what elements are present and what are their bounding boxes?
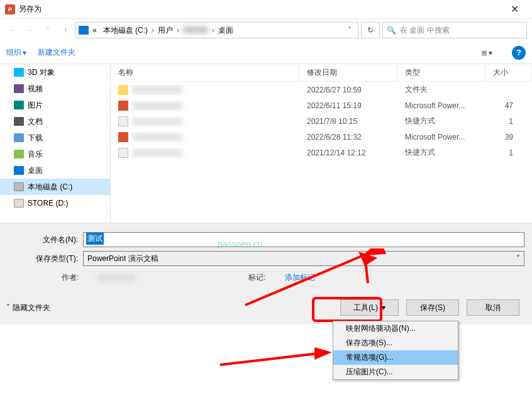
up-button[interactable]: ↑ (58, 23, 73, 38)
forward-button[interactable]: → (23, 23, 38, 38)
folder-icon (14, 117, 24, 126)
folder-icon (14, 68, 24, 77)
file-row[interactable]: 2022/6/28 11:32 Microsoft Power... 39 (111, 129, 532, 145)
title-bar: P 另存为 ✕ (0, 0, 532, 19)
sidebar-item-label: 音乐 (28, 149, 43, 160)
column-headers: 名称 修改日期 类型 大小 (111, 64, 532, 82)
file-list: 名称 修改日期 类型 大小 2022/6/27 10:59 文件夹 2022/6… (111, 64, 532, 223)
file-type: 快捷方式 (397, 116, 485, 126)
col-date[interactable]: 修改日期 (299, 64, 397, 81)
sidebar-item[interactable]: 音乐 (0, 146, 110, 162)
file-row[interactable]: 2022/6/11 15:19 Microsoft Power... 47 (111, 97, 532, 113)
sidebar-item-label: STORE (D:) (28, 199, 68, 208)
file-row[interactable]: 2021/7/8 10:15 快捷方式 1 (111, 113, 532, 129)
dropdown-item[interactable]: 常规选项(G)... (333, 350, 458, 365)
hide-folders-button[interactable]: ˅ 隐藏文件夹 (6, 303, 50, 313)
breadcrumb-seg-redacted[interactable]: XXXXX (180, 25, 211, 36)
filetype-label: 保存类型(T): (8, 253, 83, 264)
file-name-redacted (132, 149, 182, 157)
search-placeholder: 在 桌面 中搜索 (400, 25, 450, 36)
col-size[interactable]: 大小 (485, 64, 532, 81)
breadcrumb-seg[interactable]: 本地磁盘 (C:) (101, 24, 150, 37)
close-button[interactable]: ✕ (502, 0, 527, 19)
filetype-select[interactable]: PowerPoint 演示文稿 ˅ (83, 251, 524, 266)
back-button[interactable]: ← (5, 23, 20, 38)
recent-locations-button[interactable]: ˅ (40, 23, 55, 38)
file-type: 文件夹 (397, 84, 485, 95)
file-icon (118, 116, 128, 126)
file-date: 2022/6/27 10:59 (299, 86, 397, 94)
organize-button[interactable]: 组织▾ (6, 47, 26, 58)
file-size: 1 (485, 117, 532, 126)
annotation-arrow (214, 340, 340, 371)
sidebar: 3D 对象视频图片文档下载音乐桌面本地磁盘 (C:)STORE (D:) (0, 64, 111, 223)
dropdown-item[interactable]: 保存选项(S)... (333, 336, 458, 350)
save-form: 文件名(N): 测试 保存类型(T): PowerPoint 演示文稿 ˅ 作者… (0, 223, 532, 287)
search-icon: 🔍 (387, 26, 396, 35)
new-folder-button[interactable]: 新建文件夹 (38, 47, 75, 58)
file-icon (118, 132, 128, 142)
search-input[interactable]: 🔍 在 桌面 中搜索 (382, 22, 527, 38)
file-date: 2021/7/8 10:15 (299, 117, 397, 126)
chevron-down-icon: ˅ (516, 254, 520, 263)
breadcrumb-sep: › (177, 26, 179, 35)
sidebar-item[interactable]: 文档 (0, 113, 110, 130)
svg-marker-4 (314, 347, 332, 360)
main-area: 3D 对象视频图片文档下载音乐桌面本地磁盘 (C:)STORE (D:) 名称 … (0, 64, 532, 223)
file-name-redacted (132, 86, 182, 94)
svg-line-3 (220, 353, 318, 365)
col-name[interactable]: 名称 (111, 64, 299, 81)
file-size: 1 (485, 148, 532, 157)
breadcrumb-sep: › (152, 26, 154, 35)
drive-icon (79, 26, 89, 35)
sidebar-item-label: 图片 (28, 100, 43, 111)
sidebar-item[interactable]: 3D 对象 (0, 64, 110, 81)
author-label: 作者: (62, 272, 79, 283)
tag-value[interactable]: 添加标记 (285, 272, 315, 283)
filename-input[interactable]: 测试 (83, 232, 524, 247)
file-size: 47 (485, 101, 532, 110)
help-button[interactable]: ? (512, 46, 526, 60)
file-row[interactable]: 2022/6/27 10:59 文件夹 (111, 82, 532, 97)
tools-button[interactable]: 工具(L)▾ (340, 299, 399, 316)
view-options-button[interactable]: ≣ ▾ (473, 45, 501, 60)
button-row: ˅ 隐藏文件夹 工具(L)▾ 保存(S) 取消 (0, 287, 532, 325)
sidebar-item-label: 本地磁盘 (C:) (28, 182, 72, 192)
sidebar-item[interactable]: 图片 (0, 97, 110, 113)
dropdown-item[interactable]: 映射网络驱动器(N)... (333, 321, 458, 336)
filetype-value: PowerPoint 演示文稿 (87, 253, 158, 264)
toolbar: 组织▾ 新建文件夹 ≣ ▾ ? (0, 42, 532, 64)
tools-dropdown: 映射网络驱动器(N)...保存选项(S)...常规选项(G)...压缩图片(C)… (333, 321, 458, 380)
file-date: 2022/6/28 11:32 (299, 133, 397, 142)
refresh-button[interactable]: ↻ (361, 22, 380, 38)
address-bar[interactable]: « 本地磁盘 (C:) › 用户 › XXXXX › 桌面 ˅ (75, 22, 358, 38)
sidebar-item-label: 桌面 (28, 165, 43, 176)
sidebar-item[interactable]: 本地磁盘 (C:) (0, 179, 110, 195)
sidebar-item[interactable]: 下载 (0, 130, 110, 146)
folder-icon (14, 199, 24, 208)
file-type: 快捷方式 (397, 147, 485, 158)
file-name-redacted (132, 118, 182, 125)
save-button[interactable]: 保存(S) (406, 299, 459, 316)
file-icon (118, 148, 128, 158)
author-value-redacted[interactable] (97, 274, 135, 282)
breadcrumb-seg[interactable]: 用户 (155, 24, 175, 37)
file-row[interactable]: 2021/12/14 12:12 快捷方式 1 (111, 145, 532, 160)
cancel-button[interactable]: 取消 (467, 299, 519, 316)
sidebar-item[interactable]: 桌面 (0, 162, 110, 179)
col-type[interactable]: 类型 (397, 64, 485, 81)
address-dropdown-icon[interactable]: ˅ (344, 26, 355, 35)
sidebar-item[interactable]: STORE (D:) (0, 195, 110, 211)
folder-icon (14, 133, 24, 142)
folder-icon (14, 84, 24, 93)
file-size: 39 (485, 133, 532, 142)
file-date: 2022/6/11 15:19 (299, 101, 397, 110)
file-name-redacted (132, 133, 182, 141)
file-type: Microsoft Power... (397, 101, 485, 110)
file-name-redacted (132, 102, 182, 109)
dropdown-item[interactable]: 压缩图片(C)... (333, 365, 458, 379)
breadcrumb-seg[interactable]: 桌面 (216, 24, 236, 37)
folder-icon (14, 166, 24, 175)
sidebar-item[interactable]: 视频 (0, 81, 110, 97)
tag-label: 标记: (248, 272, 265, 283)
